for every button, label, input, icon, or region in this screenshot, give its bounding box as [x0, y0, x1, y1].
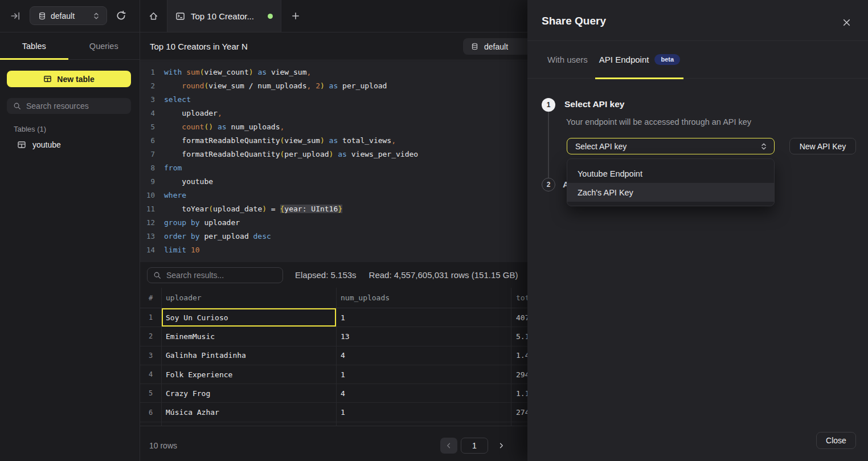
code-line: 4 uploader,	[140, 107, 527, 120]
refresh-icon[interactable]	[116, 10, 126, 21]
close-icon[interactable]	[842, 18, 851, 27]
read-stat: Read: 4,557,605,031 rows (151.15 GB)	[369, 270, 518, 280]
table-cell[interactable]: 407	[511, 308, 527, 327]
rows-count-label: 10 rows	[149, 441, 177, 450]
tab-queries[interactable]: Queries	[68, 32, 140, 59]
database-chip[interactable]: default	[463, 38, 527, 55]
line-number: 6	[140, 134, 155, 148]
database-chip-label: default	[484, 42, 508, 51]
code-line: 1with sum(view_count) as view_sum,	[140, 66, 527, 79]
table-cell[interactable]: 5.1	[511, 327, 527, 345]
sidebar-table-item[interactable]: youtube	[0, 137, 140, 152]
line-number: 13	[140, 230, 155, 243]
column-header[interactable]: total_views	[511, 288, 527, 308]
code-line: 12group by uploader	[140, 216, 527, 230]
row-index: 3	[140, 346, 162, 365]
table-row: 2EminemMusic135.1	[140, 327, 527, 346]
api-key-select-value: Select API key	[575, 142, 627, 151]
table-cell[interactable]: 1	[337, 365, 511, 384]
line-number: 5	[140, 120, 155, 134]
query-tabbar: Top 10 Creator...	[140, 0, 527, 32]
api-key-option[interactable]: Zach's API Key	[567, 183, 774, 202]
step-1-badge: 1	[542, 98, 555, 112]
column-header[interactable]: num_uploads	[337, 288, 511, 308]
table-icon	[43, 75, 52, 83]
api-key-select[interactable]: Select API key	[567, 138, 775, 154]
collapse-sidebar-icon[interactable]	[10, 11, 21, 21]
table-cell[interactable]: Galinha Pintadinha	[162, 346, 337, 365]
tab-api-endpoint[interactable]: API Endpoint beta	[599, 54, 680, 65]
table-row: 3Galinha Pintadinha41.4	[140, 346, 527, 365]
code-text: limit 10	[155, 243, 200, 257]
new-tab-button[interactable]	[281, 0, 309, 32]
line-number: 4	[140, 107, 155, 120]
line-number: 3	[140, 93, 155, 107]
table-cell[interactable]: 1	[337, 308, 511, 327]
table-cell[interactable]: EminemMusic	[162, 327, 337, 345]
code-text: from	[155, 161, 182, 175]
sidebar-tabs: Tables Queries	[0, 32, 140, 60]
new-api-key-button[interactable]: New API Key	[789, 138, 856, 154]
api-key-option[interactable]: Youtube Endpoint	[567, 164, 774, 183]
table-cell[interactable]: 4	[337, 346, 511, 365]
close-button[interactable]: Close	[816, 432, 856, 449]
tab-with-users-label: With users	[547, 55, 588, 64]
table-cell[interactable]: 4	[337, 384, 511, 402]
table-cell[interactable]: 274	[511, 403, 527, 421]
tab-with-users[interactable]: With users	[547, 55, 588, 64]
search-results-placeholder: Search results...	[166, 271, 224, 280]
line-number: 1	[140, 66, 155, 79]
database-selector[interactable]: default	[30, 6, 107, 25]
step-1-title: Select API key	[564, 99, 624, 109]
table-cell[interactable]: 294	[511, 365, 527, 384]
code-text: formatReadableQuantity(per_upload) as vi…	[155, 148, 418, 161]
table-name: youtube	[32, 140, 61, 149]
table-cell[interactable]: Crazy Frog	[162, 384, 337, 402]
code-line: 7 formatReadableQuantity(per_upload) as …	[140, 148, 527, 161]
step-1-subtitle: Your endpoint will be accessed through a…	[566, 117, 751, 127]
chevron-updown-icon	[93, 12, 100, 20]
table-row: 4Folk Experience1294	[140, 365, 527, 384]
new-table-button[interactable]: New table	[7, 71, 131, 87]
column-header[interactable]: #	[140, 288, 162, 308]
table-cell[interactable]: Música Azhar	[162, 403, 337, 421]
query-tab-label: Top 10 Creator...	[191, 11, 254, 21]
table-cell[interactable]: 1.4	[511, 346, 527, 365]
active-tab-underline	[595, 77, 683, 79]
search-results-input[interactable]: Search results...	[147, 267, 283, 283]
code-line: 6 formatReadableQuantity(view_sum) as to…	[140, 134, 527, 148]
code-text: formatReadableQuantity(view_sum) as tota…	[155, 134, 396, 148]
table-cell[interactable]: Folk Experience	[162, 365, 337, 384]
pagination-prev-button[interactable]	[440, 438, 457, 454]
code-text: toYear(upload_date) = {year: UInt16}	[155, 202, 342, 216]
pagination-page-button[interactable]: 1	[461, 438, 488, 454]
table-cell[interactable]: 1	[337, 403, 511, 421]
code-text: round(view_sum / num_uploads, 2) as per_…	[155, 79, 387, 93]
tab-tables[interactable]: Tables	[0, 32, 68, 59]
database-selector-label: default	[51, 11, 75, 21]
tab-tables-label: Tables	[22, 42, 46, 51]
row-index: 1	[140, 308, 162, 327]
line-number: 9	[140, 175, 155, 189]
query-tab[interactable]: Top 10 Creator...	[167, 0, 281, 32]
tab-api-endpoint-label: API Endpoint	[599, 55, 649, 64]
code-text: youtube	[155, 175, 213, 189]
table-cell[interactable]: 13	[337, 327, 511, 345]
unsaved-status-dot	[268, 14, 273, 19]
column-header[interactable]: uploader	[162, 288, 337, 308]
code-text: group by uploader	[155, 216, 240, 230]
search-resources-input[interactable]: Search resources	[7, 98, 131, 114]
terminal-icon	[175, 11, 185, 21]
query-title: Top 10 Creators in Year N	[150, 42, 248, 51]
table-row: 6Música Azhar1274	[140, 403, 527, 422]
table-cell[interactable]: 1.1	[511, 384, 527, 402]
active-tab-underline	[0, 58, 68, 60]
table-cell[interactable]: Soy Un Curioso	[162, 308, 337, 327]
app-window: default Tables Queries New table	[0, 0, 868, 461]
sql-editor[interactable]: 1with sum(view_count) as view_sum,2 roun…	[140, 61, 527, 262]
step-2-badge: 2	[542, 178, 555, 191]
code-line: 13order by per_upload desc	[140, 230, 527, 243]
elapsed-stat: Elapsed: 5.153s	[295, 270, 357, 280]
home-button[interactable]	[140, 0, 167, 32]
pagination-next-button[interactable]	[493, 438, 509, 454]
